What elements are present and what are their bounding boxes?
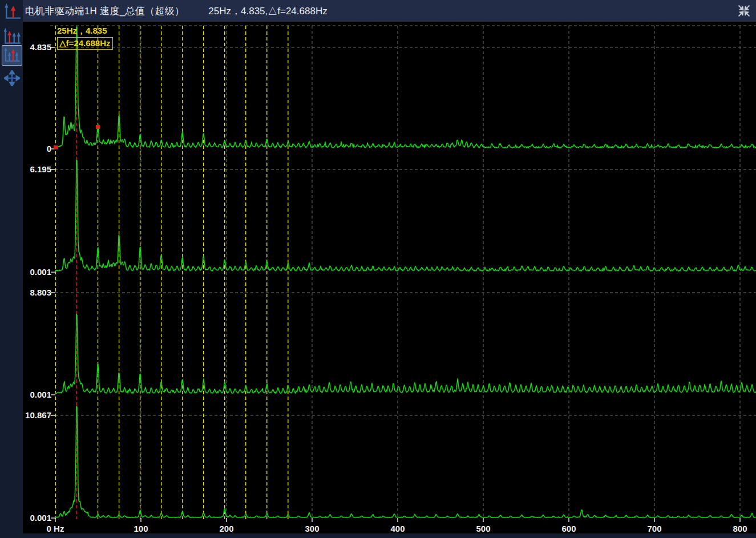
x-axis-tick-label: 500 <box>463 524 503 533</box>
y-axis-base-label: 0 <box>23 144 51 154</box>
y-axis-max-label: 4.835 <box>23 42 51 52</box>
pan-icon <box>4 70 20 86</box>
x-axis-tick-label: 400 <box>378 524 418 533</box>
bottom-strip <box>23 533 756 538</box>
spectrum-chart-area[interactable]: 25Hz，4.835 △f=24.688Hz 4.83506.1950.0018… <box>23 22 756 533</box>
x-axis-tick-label: 600 <box>549 524 589 533</box>
spectrum-trace-glow <box>55 160 756 271</box>
sideband-cursor-tool-button[interactable] <box>2 45 22 66</box>
x-axis-tick-label: 200 <box>207 524 246 533</box>
spectrum-trace <box>55 27 756 148</box>
spectrum-trace-glow <box>55 314 756 394</box>
x-axis-tick-label: 800 <box>720 524 756 533</box>
y-axis-base-label: 0.001 <box>23 390 51 400</box>
tool-sidebar <box>0 0 23 538</box>
y-axis-base-label: 0.001 <box>23 513 51 523</box>
y-axis-base-label: 0.001 <box>23 267 51 277</box>
x-axis-tick-label: 700 <box>634 524 674 533</box>
x-axis-tick-label: 0 Hz <box>35 524 75 533</box>
cursor-readout: 25Hz，4.835,△f=24.688Hz <box>208 5 327 18</box>
harmonic-cursor-lines[interactable] <box>55 26 288 519</box>
harmonic-cursor-tool-button[interactable] <box>2 27 22 47</box>
x-axis-tick-label: 100 <box>121 524 161 533</box>
single-cursor-icon <box>3 3 21 22</box>
sideband-cursor-icon <box>3 47 21 64</box>
y-axis-max-label: 8.803 <box>23 288 51 298</box>
cursor-annotation-deltaf[interactable]: △f=24.688Hz <box>57 37 113 50</box>
collapse-button[interactable] <box>737 3 751 18</box>
spectrum-plot-svg <box>23 22 756 524</box>
y-axis-max-label: 6.195 <box>23 164 51 175</box>
x-axis-tick-label: 300 <box>292 524 332 533</box>
title-bar: 电机非驱动端1H 速度_总值（超级） 25Hz，4.835,△f=24.688H… <box>23 0 756 22</box>
cursor-annotation[interactable]: 25Hz，4.835 △f=24.688Hz <box>57 25 113 50</box>
y-axis-max-label: 10.867 <box>23 410 51 420</box>
pan-tool-button[interactable] <box>2 68 22 88</box>
spectrum-trace <box>55 160 756 271</box>
peak-marker[interactable] <box>96 125 100 129</box>
spectrum-trace <box>55 406 756 517</box>
spectrum-trace-glow <box>55 27 756 148</box>
collapse-to-center-icon <box>737 4 751 18</box>
spectrum-analyzer-window: 电机非驱动端1H 速度_总值（超级） 25Hz，4.835,△f=24.688H… <box>0 0 756 538</box>
spectrum-trace <box>55 314 756 394</box>
cursor-annotation-value: 25Hz，4.835 <box>57 25 113 37</box>
single-cursor-tool-button[interactable] <box>2 2 22 23</box>
peak-marker[interactable] <box>54 145 58 149</box>
harmonic-cursor-icon <box>3 28 21 46</box>
grid-lines <box>50 26 756 519</box>
spectrum-trace-glow <box>55 406 756 517</box>
axis-ticks <box>51 47 740 522</box>
window-title: 电机非驱动端1H 速度_总值（超级） <box>25 5 184 18</box>
